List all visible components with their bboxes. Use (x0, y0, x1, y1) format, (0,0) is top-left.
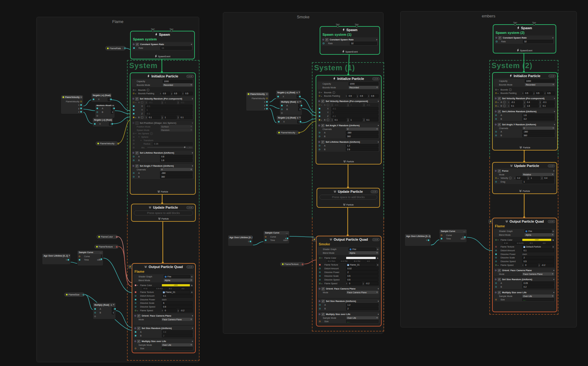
block[interactable]: ✓Set Angle.Y Random (Uniform)▾ChannelsY▾… (494, 122, 556, 138)
context-header[interactable]: Output Particle Quad (132, 264, 195, 269)
node-output-port[interactable] (113, 108, 115, 109)
input-port[interactable] (133, 105, 134, 107)
context-header[interactable]: Spawn (131, 31, 194, 36)
value-input[interactable]: 1 (298, 108, 301, 111)
input-port[interactable] (281, 105, 283, 106)
block-checkbox[interactable]: ✓ (135, 151, 139, 155)
context-header[interactable]: Update Particle (493, 163, 557, 168)
value-input[interactable]: -0.1 (365, 103, 379, 107)
value-input[interactable]: 2 (522, 256, 554, 259)
output-port[interactable] (266, 98, 268, 99)
param-output-port[interactable] (302, 263, 303, 265)
value-input[interactable]: 3.2 (522, 117, 555, 121)
input-port[interactable] (319, 304, 321, 306)
block[interactable]: ✓Set Lifetime Random (Uniform)▾A0.8B1.6 (132, 151, 194, 163)
block-header[interactable]: ✓Set Size Random (Uniform)▾ (495, 278, 554, 281)
dropdown[interactable]: Over Life▾ (346, 316, 379, 319)
param-output-port[interactable] (116, 246, 118, 248)
expander-icon[interactable]: ▾ (139, 136, 140, 138)
input-port[interactable] (319, 136, 320, 137)
value-input[interactable]: 0.5 (535, 91, 543, 95)
node-output-port[interactable] (110, 99, 112, 100)
value-input[interactable]: 1 (349, 118, 363, 122)
value-input[interactable]: 0 (348, 282, 362, 285)
input-port[interactable] (133, 102, 134, 103)
input-port[interactable] (281, 109, 283, 110)
output-port[interactable] (266, 104, 268, 106)
input-port[interactable] (495, 101, 497, 103)
value-input[interactable]: 0.5 (370, 94, 379, 98)
smoke-initialize-node[interactable]: Initialize ParticleLocalCapacity1000Boun… (316, 75, 382, 164)
placeholder-text[interactable]: Press space to add blocks (134, 211, 193, 215)
link-space-icon[interactable]: L (332, 91, 335, 94)
block-checkbox[interactable]: ✓ (498, 278, 501, 281)
chevron-down-icon[interactable]: ▾ (553, 269, 554, 272)
param-flamevelocity-flame[interactable]: FlameVelocity< (96, 141, 118, 146)
block[interactable]: ✓Constant Spawn Rate▾Rate16 (132, 42, 193, 50)
expander-icon[interactable]: ▸ (321, 91, 323, 93)
block-checkbox[interactable]: ✓ (498, 169, 501, 173)
value-input[interactable]: 0.1 (179, 116, 193, 119)
context-header[interactable]: Update Particle (132, 204, 195, 209)
expander-icon[interactable]: ▸ (322, 283, 323, 285)
chevron-down-icon[interactable]: ▾ (378, 288, 379, 290)
flame-initialize-node[interactable]: Initialize ParticleLocalCapacity1000Boun… (130, 72, 196, 195)
value-input[interactable]: -0.2 (365, 282, 379, 285)
output-port[interactable] (80, 108, 82, 109)
value-input[interactable]: -0.1 (510, 100, 523, 104)
input-port[interactable] (495, 92, 497, 94)
input-port[interactable] (135, 306, 136, 308)
input-port[interactable] (277, 96, 279, 97)
context-header[interactable]: Spawn (493, 25, 556, 30)
value-input[interactable]: 0.35 (153, 142, 193, 146)
value-input[interactable]: 360 (346, 135, 379, 138)
link-space-icon[interactable]: L (327, 118, 329, 121)
value-input[interactable]: -360 (346, 131, 379, 134)
block-enable-port[interactable] (134, 315, 136, 317)
output-port[interactable] (287, 238, 288, 239)
node-output-port[interactable] (299, 96, 301, 97)
chevron-down-icon[interactable]: ▾ (266, 93, 267, 95)
value-input[interactable]: 1 (145, 108, 193, 112)
block-enable-port[interactable] (495, 292, 496, 293)
block-checkbox[interactable]: ✓ (137, 327, 140, 330)
block[interactable]: ✓Set Velocity Random (Per-component)▾▾AL… (318, 99, 380, 122)
value-input[interactable]: 0.1 (333, 118, 347, 122)
value-input[interactable]: 0.5 (546, 91, 555, 95)
block[interactable]: ✓Set Velocity Random (Per-component)▾▾AL… (132, 96, 194, 120)
input-port[interactable] (319, 115, 320, 117)
smoke-multiply-node[interactable]: Multiply (float)⚙▾A1B1 (280, 100, 302, 115)
dropdown[interactable]: Over Life▾ (162, 343, 193, 346)
input-port[interactable] (319, 275, 321, 277)
input-port[interactable] (133, 89, 134, 91)
dropdown[interactable]: Y▾ (160, 168, 193, 171)
output-port[interactable] (428, 239, 429, 241)
param-output-port[interactable] (116, 236, 118, 238)
dropdown[interactable]: Y▾ (523, 127, 555, 130)
block-header[interactable]: ✓Set Velocity Random (Per-component)▾ (318, 100, 379, 103)
input-port[interactable] (495, 246, 497, 248)
input-port[interactable] (133, 140, 134, 141)
attach-pin-icon[interactable]: ⚡ (489, 220, 492, 223)
flame-age-over-lifetime-node[interactable]: Age Over Lifetime [0..1]▾t (42, 253, 71, 265)
block[interactable]: ✓Orient: Face Camera Plane▾ModeFace Came… (318, 286, 380, 298)
hdr-color-bar[interactable]: HDR (522, 239, 551, 241)
flame-negate-1-node[interactable]: Negate (-x) (float)⚙▾X0.1 (91, 93, 112, 102)
input-port[interactable] (319, 308, 321, 309)
value-input[interactable]: 1 (529, 176, 540, 180)
block[interactable]: ✓Set Lifetime Random (Uniform)▾A1.6B3.2 (494, 109, 556, 121)
value-input[interactable]: 2 (346, 307, 379, 310)
input-port[interactable] (319, 257, 321, 259)
block-header[interactable]: ✓Set Size Random (Uniform)▾ (319, 299, 379, 303)
block-enable-port[interactable] (495, 124, 496, 125)
value-input[interactable]: 0.2 (522, 285, 554, 289)
block[interactable]: ✓Multiply Size over Life▾Sample ModeOver… (318, 312, 380, 323)
chevron-down-icon[interactable]: ▾ (554, 97, 555, 100)
texture-field[interactable]: Flame_01 (346, 263, 376, 266)
expander-icon[interactable]: ▸ (498, 239, 500, 241)
flow-input-port[interactable] (336, 25, 339, 27)
value-input[interactable]: 0.5 (162, 92, 170, 95)
block[interactable]: ✓Set Velocity Random (Per-component)▾▸AL… (494, 96, 556, 108)
more-icon[interactable]: … (100, 251, 102, 253)
context-header[interactable]: Initialize Particle (493, 73, 557, 78)
